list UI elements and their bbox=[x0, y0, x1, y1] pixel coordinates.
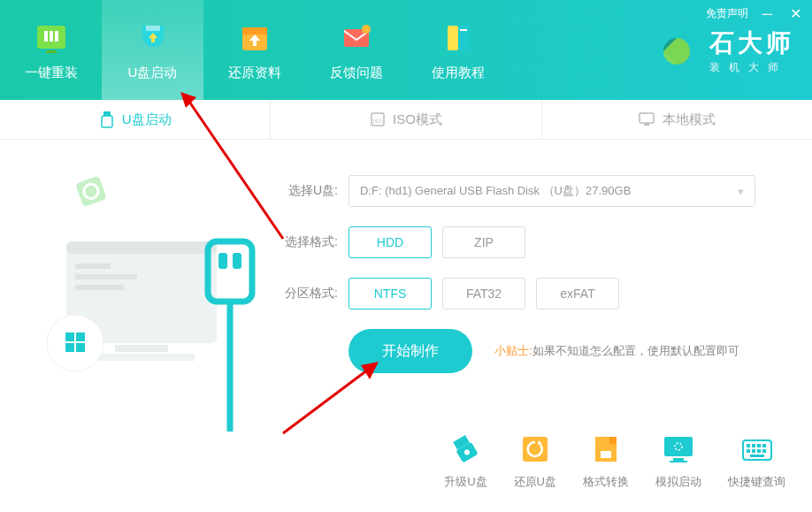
svg-rect-2 bbox=[50, 31, 53, 42]
simulate-boot-icon bbox=[661, 433, 696, 465]
svg-rect-48 bbox=[747, 444, 750, 447]
svg-rect-29 bbox=[76, 332, 85, 341]
restore-icon bbox=[235, 19, 274, 57]
svg-rect-21 bbox=[75, 264, 111, 269]
nav-restore[interactable]: 还原资料 bbox=[203, 0, 305, 100]
disclaimer-link[interactable]: 免责声明 bbox=[706, 6, 748, 21]
svg-rect-5 bbox=[146, 26, 160, 31]
usb-select-label: 选择U盘: bbox=[274, 183, 338, 199]
svg-rect-53 bbox=[752, 449, 755, 453]
svg-rect-56 bbox=[750, 455, 764, 457]
tutorial-icon bbox=[439, 19, 478, 57]
svg-point-9 bbox=[362, 25, 371, 34]
action-format-convert[interactable]: 格式转换 bbox=[583, 433, 629, 490]
minimize-button[interactable]: ─ bbox=[759, 6, 776, 22]
svg-rect-43 bbox=[664, 437, 693, 456]
svg-rect-39 bbox=[523, 437, 548, 462]
chevron-down-icon: ▾ bbox=[738, 185, 744, 198]
feedback-icon bbox=[337, 19, 376, 57]
svg-point-27 bbox=[47, 315, 103, 371]
tab-label: 本地模式 bbox=[663, 111, 716, 128]
logo-icon bbox=[655, 29, 699, 73]
nav-tutorial[interactable]: 使用教程 bbox=[407, 0, 509, 100]
svg-rect-46 bbox=[670, 461, 687, 462]
nav-label: U盘启动 bbox=[128, 65, 178, 81]
usb-select[interactable]: D:F: (hd1) General USB Flash Disk （U盘）27… bbox=[349, 175, 755, 207]
svg-rect-50 bbox=[757, 444, 761, 447]
nav-reinstall[interactable]: 一键重装 bbox=[0, 0, 102, 100]
close-button[interactable]: ✕ bbox=[786, 5, 805, 22]
logo-subtitle: 装机大师 bbox=[709, 60, 794, 75]
partition-option-ntfs[interactable]: NTFS bbox=[349, 278, 432, 309]
monitor-icon bbox=[638, 111, 655, 127]
svg-rect-49 bbox=[752, 444, 755, 447]
svg-rect-17 bbox=[640, 113, 654, 123]
format-option-hdd[interactable]: HDD bbox=[349, 226, 432, 258]
svg-rect-10 bbox=[448, 26, 458, 50]
main-nav: 一键重装 U盘启动 还原资料 反馈问题 使用教程 bbox=[0, 0, 509, 100]
format-label: 选择格式: bbox=[274, 234, 338, 250]
iso-icon: ISO bbox=[370, 111, 386, 127]
usb-select-value: D:F: (hd1) General USB Flash Disk （U盘）27… bbox=[360, 183, 631, 199]
action-label: 还原U盘 bbox=[514, 474, 556, 490]
svg-rect-28 bbox=[65, 332, 74, 341]
svg-rect-14 bbox=[102, 116, 112, 127]
svg-rect-25 bbox=[88, 354, 195, 361]
nav-label: 还原资料 bbox=[228, 65, 281, 81]
reinstall-icon bbox=[32, 19, 71, 57]
partition-label: 分区格式: bbox=[274, 286, 338, 302]
svg-rect-1 bbox=[44, 31, 48, 42]
start-button[interactable]: 开始制作 bbox=[349, 329, 472, 373]
svg-rect-31 bbox=[76, 343, 85, 352]
partition-option-exfat[interactable]: exFAT bbox=[536, 278, 619, 309]
svg-text:ISO: ISO bbox=[373, 118, 383, 124]
svg-rect-41 bbox=[609, 437, 617, 444]
tab-iso-mode[interactable]: ISO ISO模式 bbox=[271, 100, 541, 139]
action-label: 升级U盘 bbox=[444, 474, 486, 490]
svg-rect-33 bbox=[218, 253, 227, 269]
action-label: 格式转换 bbox=[583, 474, 629, 490]
nav-label: 一键重装 bbox=[25, 65, 78, 81]
logo-title: 石大师 bbox=[709, 27, 794, 60]
svg-rect-54 bbox=[757, 449, 761, 453]
svg-rect-7 bbox=[242, 27, 267, 34]
svg-rect-52 bbox=[747, 449, 750, 453]
restore-usb-icon bbox=[517, 433, 553, 465]
format-option-zip[interactable]: ZIP bbox=[442, 226, 525, 258]
svg-rect-34 bbox=[233, 253, 241, 269]
svg-rect-3 bbox=[55, 31, 58, 42]
svg-rect-26 bbox=[75, 175, 107, 207]
sub-tabs: U盘启动 ISO ISO模式 本地模式 bbox=[0, 100, 812, 140]
tip-body: 如果不知道怎么配置，使用默认配置即可 bbox=[532, 344, 739, 357]
format-convert-icon bbox=[588, 433, 624, 465]
keyboard-icon bbox=[739, 433, 775, 465]
tab-label: U盘启动 bbox=[122, 111, 172, 128]
logo: 石大师 装机大师 bbox=[655, 27, 794, 75]
usb-icon bbox=[99, 111, 115, 128]
tab-label: ISO模式 bbox=[393, 111, 442, 128]
svg-rect-24 bbox=[115, 345, 168, 352]
action-hotkey-query[interactable]: 快捷键查询 bbox=[728, 433, 785, 490]
svg-rect-55 bbox=[762, 449, 766, 453]
header: 免责声明 ─ ✕ 一键重装 U盘启动 还原资料 反馈问题 bbox=[0, 0, 812, 100]
nav-label: 反馈问题 bbox=[330, 65, 383, 81]
tab-usb-boot[interactable]: U盘启动 bbox=[0, 100, 271, 139]
svg-rect-22 bbox=[75, 274, 137, 279]
tab-local-mode[interactable]: 本地模式 bbox=[542, 100, 812, 139]
nav-feedback[interactable]: 反馈问题 bbox=[305, 0, 407, 100]
svg-rect-30 bbox=[65, 343, 74, 352]
nav-label: 使用教程 bbox=[432, 65, 485, 81]
tip-prefix: 小贴士: bbox=[494, 344, 532, 357]
action-upgrade-usb[interactable]: 升级U盘 bbox=[444, 433, 486, 490]
nav-usb-boot[interactable]: U盘启动 bbox=[102, 0, 203, 100]
svg-rect-51 bbox=[762, 444, 766, 447]
action-label: 快捷键查询 bbox=[728, 474, 785, 490]
svg-rect-20 bbox=[66, 241, 217, 254]
content: 选择U盘: D:F: (hd1) General USB Flash Disk … bbox=[0, 140, 812, 423]
partition-option-fat32[interactable]: FAT32 bbox=[442, 278, 525, 309]
usb-boot-icon bbox=[134, 19, 172, 57]
action-restore-usb[interactable]: 还原U盘 bbox=[514, 433, 556, 490]
action-simulate-boot[interactable]: 模拟启动 bbox=[655, 433, 701, 490]
titlebar: 免责声明 ─ ✕ bbox=[706, 5, 805, 22]
svg-rect-42 bbox=[601, 451, 611, 458]
